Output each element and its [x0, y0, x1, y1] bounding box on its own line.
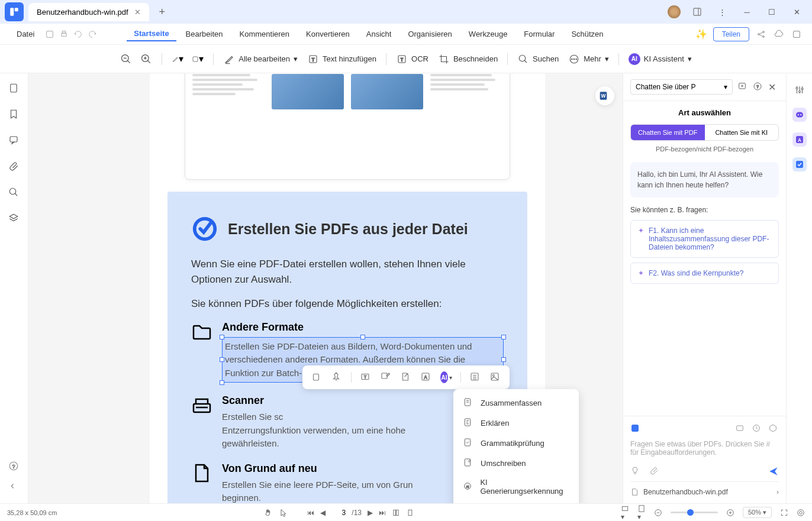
zoom-out-icon[interactable]	[120, 53, 132, 65]
menu-comment[interactable]: Kommentieren	[233, 27, 297, 41]
help-icon[interactable]: ?	[8, 461, 20, 473]
settings-icon[interactable]	[768, 423, 779, 434]
zoom-in-btn[interactable]	[726, 509, 734, 517]
textbox-icon[interactable]: T	[360, 371, 372, 383]
more-button[interactable]: Mehr▾	[568, 53, 609, 65]
shape-icon[interactable]: ▾	[192, 53, 204, 65]
next-page-icon[interactable]: ▶	[368, 509, 373, 517]
ai-translate-icon[interactable]: A	[792, 132, 807, 147]
menu-convert[interactable]: Konvertieren	[299, 27, 357, 41]
bookmark-icon[interactable]	[8, 109, 20, 121]
search-sidebar-icon[interactable]	[8, 187, 20, 199]
print-icon[interactable]	[58, 28, 70, 40]
document-tab[interactable]: Benutzerhandbuch-win.pdf ✕	[28, 3, 149, 21]
comment-icon[interactable]	[8, 135, 20, 147]
new-chat-icon[interactable]	[737, 82, 748, 92]
copy-icon[interactable]	[311, 371, 323, 383]
menu-home[interactable]: Startseite	[127, 27, 176, 41]
add-tab-button[interactable]: +	[155, 5, 169, 19]
edit-all-button[interactable]: Alle bearbeiten▾	[223, 53, 298, 65]
page-input[interactable]	[331, 509, 346, 517]
last-page-icon[interactable]: ⏭	[379, 509, 386, 517]
menu-form[interactable]: Formular	[517, 27, 562, 41]
chat-tab-pdf[interactable]: Chatten Sie mit PDF	[631, 125, 705, 140]
thumbnails-icon[interactable]	[8, 83, 20, 95]
single-page-icon[interactable]	[406, 509, 414, 517]
ai-menu-detect[interactable]: AI KI Generierungserkennung	[453, 473, 579, 500]
first-page-icon[interactable]: ⏮	[307, 509, 314, 517]
suggestion-1[interactable]: ✦ F1. Kann ich eine Inhaltszusammenfassu…	[630, 220, 779, 258]
ai-check-icon[interactable]	[792, 157, 807, 171]
fit-width-icon[interactable]: ▾	[621, 504, 629, 521]
chat-dropdown[interactable]: Chatten Sie über P▾	[630, 79, 733, 95]
lightbulb-icon[interactable]	[630, 466, 641, 477]
zoom-slider[interactable]	[671, 512, 718, 513]
menu-protect[interactable]: Schützen	[564, 27, 610, 41]
share-button[interactable]: Teilen	[713, 27, 749, 41]
close-button[interactable]: ✕	[788, 4, 805, 20]
attach-icon[interactable]	[649, 466, 660, 477]
prev-page-icon[interactable]: ◀	[320, 509, 326, 517]
extract-icon[interactable]	[400, 371, 412, 383]
close-icon[interactable]: ✕	[134, 8, 141, 17]
user-avatar[interactable]	[668, 5, 681, 18]
panel-help-icon[interactable]: ?	[753, 82, 763, 92]
send-button[interactable]	[768, 466, 779, 477]
menu-tools[interactable]: Werkzeuge	[462, 27, 515, 41]
redo-icon[interactable]	[86, 28, 98, 40]
app-logo[interactable]	[5, 2, 24, 21]
ocr-button[interactable]: T OCR	[396, 53, 428, 65]
crop-button[interactable]: Beschneiden	[438, 53, 498, 65]
reading-icon[interactable]	[797, 509, 805, 517]
suggestion-2[interactable]: ✦ F2. Was sind die Kernpunkte?	[630, 263, 779, 284]
ai-menu-translate[interactable]: A Übersetzen	[453, 500, 579, 503]
page-layout-icon[interactable]	[392, 509, 400, 517]
ai-dropdown-button[interactable]: AI▾	[440, 371, 452, 383]
minimize-button[interactable]: ─	[739, 4, 755, 20]
ai-chat-icon[interactable]	[792, 108, 807, 122]
fullscreen-icon[interactable]	[780, 509, 788, 517]
cloud-icon[interactable]	[773, 28, 785, 40]
save-icon[interactable]	[791, 28, 803, 40]
search-button[interactable]: Suchen	[517, 53, 559, 65]
file-reference[interactable]: Benutzerhandbuch-win.pdf ›	[630, 481, 779, 496]
document-area[interactable]: Erstellen Sie PDFs aus jeder Datei Wenn …	[28, 73, 623, 503]
zoom-select[interactable]: 50% ▾	[743, 507, 772, 518]
select-tool-icon[interactable]	[279, 508, 288, 517]
ai-assist-button[interactable]: AI KI Assistent▾	[629, 53, 692, 65]
panel-close-icon[interactable]: ✕	[768, 82, 779, 92]
chat-tab-ai[interactable]: Chatten Sie mit KI	[705, 125, 779, 140]
ai-menu-grammar[interactable]: Grammatikprüfung	[453, 433, 579, 453]
menu-view[interactable]: Ansicht	[359, 27, 399, 41]
share-icon[interactable]	[755, 28, 767, 40]
attachment-icon[interactable]	[8, 161, 20, 173]
open-icon[interactable]	[44, 28, 56, 40]
layers-icon[interactable]	[8, 213, 20, 225]
chat-input[interactable]: Fragen Sie etwas über PDFs. Drücken Sie …	[630, 440, 779, 459]
add-text-button[interactable]: T Text hinzufügen	[307, 53, 376, 65]
file-menu[interactable]: Datei	[9, 27, 41, 41]
font-icon[interactable]: A	[420, 371, 432, 383]
ai-menu-summarize[interactable]: Zusammenfassen	[453, 393, 579, 413]
chevron-right-icon[interactable]: ›	[776, 488, 779, 496]
maximize-button[interactable]: ☐	[763, 4, 780, 20]
panel-icon[interactable]	[689, 4, 705, 20]
word-export-icon[interactable]: W	[595, 86, 614, 105]
menu-edit[interactable]: Bearbeiten	[179, 27, 230, 41]
history-icon[interactable]	[752, 423, 762, 434]
list-icon[interactable]	[469, 371, 481, 383]
sparkle-icon[interactable]: ✨	[695, 28, 707, 40]
collapse-icon[interactable]	[8, 482, 20, 494]
hand-tool-icon[interactable]	[263, 508, 273, 517]
ai-menu-explain[interactable]: Erklären	[453, 413, 579, 433]
more-icon[interactable]: ⋮	[714, 4, 730, 20]
ai-menu-rewrite[interactable]: Umschreiben	[453, 453, 579, 473]
quote-icon[interactable]	[735, 423, 746, 434]
zoom-in-icon[interactable]	[140, 53, 152, 65]
app-mini-icon[interactable]	[630, 423, 641, 434]
pin-icon[interactable]	[331, 371, 343, 383]
view-mode-icon[interactable]: ▾	[637, 504, 646, 521]
highlight-icon[interactable]: ▾	[172, 53, 183, 65]
menu-organize[interactable]: Organisieren	[401, 27, 459, 41]
edit-shape-icon[interactable]	[380, 371, 392, 383]
